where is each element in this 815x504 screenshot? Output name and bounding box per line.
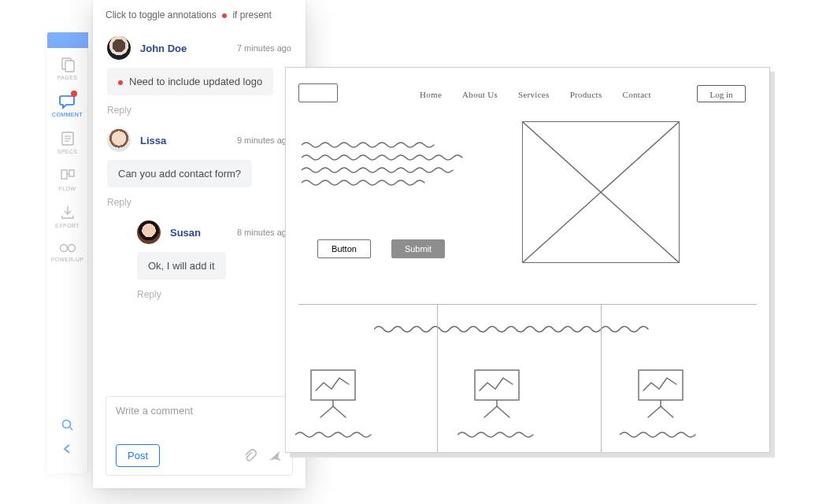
wf-button: Button: [317, 239, 371, 258]
comment-author[interactable]: Susan: [170, 227, 201, 239]
svg-point-10: [62, 421, 70, 428]
wf-heading: [374, 321, 673, 337]
svg-point-9: [68, 245, 75, 252]
rail-accent: [47, 32, 88, 48]
avatar[interactable]: [107, 36, 131, 60]
svg-point-8: [60, 245, 67, 252]
comment-body: Ok, I will add it: [148, 260, 215, 272]
svg-line-17: [333, 406, 346, 417]
wf-submit-button: Submit: [391, 239, 445, 258]
svg-line-16: [320, 406, 333, 417]
avatar[interactable]: [107, 128, 131, 152]
wireframe-canvas[interactable]: Home About Us Services Products Contact …: [285, 67, 770, 453]
svg-line-24: [648, 406, 661, 417]
annotation-marker-icon: [118, 80, 123, 85]
reply-button[interactable]: Reply: [137, 289, 291, 300]
rail-label: FLOW: [47, 186, 88, 191]
wf-caption: [620, 427, 706, 443]
comment-body: Can you add contact form?: [118, 168, 241, 180]
wf-login-button: Log in: [697, 85, 746, 102]
comment-input[interactable]: Write a comment: [116, 405, 283, 438]
comment-time: 9 minutes ago: [237, 135, 291, 145]
side-rail: PAGES COMMENT SPECS FLOW EXPORT POWER-UP: [47, 48, 88, 473]
svg-line-25: [661, 406, 673, 417]
rail-item-flow[interactable]: FLOW: [47, 159, 88, 196]
wf-chart-icon: [302, 365, 365, 421]
comment-time: 7 minutes ago: [237, 43, 291, 53]
powerup-icon: [58, 241, 77, 255]
comment-time: 8 minutes ago: [237, 228, 291, 237]
rail-label: COMMENT: [47, 112, 88, 117]
comment-author[interactable]: Lissa: [140, 135, 166, 146]
avatar[interactable]: [137, 220, 161, 244]
annotation-dot-icon: [222, 13, 227, 18]
svg-rect-7: [69, 170, 74, 176]
annotation-hint[interactable]: Click to toggle annotations if present: [93, 0, 306, 27]
svg-rect-6: [61, 170, 67, 179]
wf-nav: Home About Us Services Products Contact: [420, 90, 651, 99]
comment-thread: John Doe 7 minutes ago Need to include u…: [93, 32, 306, 124]
pages-icon: [59, 56, 76, 73]
wf-divider: [437, 304, 438, 452]
wf-caption: [295, 427, 382, 443]
svg-rect-14: [311, 370, 355, 400]
comment-thread-reply: Susan 8 minutes ago Ok, I will add it Re…: [93, 216, 306, 308]
comment-body: Need to include updated logo: [129, 76, 262, 87]
wf-divider: [601, 304, 602, 452]
attachment-icon[interactable]: [242, 448, 257, 464]
export-icon: [59, 204, 76, 221]
post-button[interactable]: Post: [116, 444, 160, 467]
rail-item-pages[interactable]: PAGES: [47, 48, 88, 85]
rail-item-export[interactable]: EXPORT: [47, 196, 88, 233]
comment-bubble[interactable]: Can you add contact form?: [107, 160, 252, 187]
comment-composer: Write a comment Post: [106, 396, 293, 476]
comment-author[interactable]: John Doe: [140, 43, 187, 54]
wf-chart-icon: [629, 365, 692, 421]
wf-nav-item: Products: [570, 90, 602, 99]
rail-label: EXPORT: [47, 223, 88, 228]
send-arrow-icon[interactable]: [267, 448, 283, 464]
comment-list: John Doe 7 minutes ago Need to include u…: [93, 27, 306, 387]
flow-icon: [59, 167, 76, 184]
svg-rect-22: [639, 370, 683, 400]
collapse-icon[interactable]: [61, 443, 74, 454]
wf-nav-item: Contact: [623, 90, 651, 99]
wf-nav-item: Services: [518, 90, 550, 99]
wf-searchbox: [298, 83, 338, 102]
wf-caption: [458, 427, 544, 443]
hint-text: if present: [232, 9, 271, 20]
svg-rect-18: [475, 370, 519, 400]
wf-chart-icon: [465, 365, 528, 421]
reply-button[interactable]: Reply: [107, 197, 291, 208]
wf-nav-item: About Us: [462, 90, 498, 99]
wf-nav-item: Home: [420, 90, 442, 99]
rail-label: PAGES: [47, 75, 88, 80]
rail-label: POWER-UP: [47, 257, 88, 262]
search-icon[interactable]: [61, 418, 75, 432]
rail-item-comment[interactable]: COMMENT: [47, 85, 88, 122]
svg-line-20: [484, 406, 497, 417]
rail-label: SPECS: [47, 149, 88, 154]
svg-line-11: [69, 428, 72, 431]
comment-thread: Lissa 9 minutes ago Can you add contact …: [93, 124, 306, 216]
svg-rect-1: [65, 61, 74, 72]
comment-bubble[interactable]: Need to include updated logo: [107, 68, 273, 95]
rail-item-specs[interactable]: SPECS: [47, 122, 88, 159]
comment-panel: Click to toggle annotations if present J…: [93, 0, 306, 488]
comment-bubble[interactable]: Ok, I will add it: [137, 252, 226, 280]
svg-line-21: [497, 406, 509, 417]
hint-text: Click to toggle annotations: [106, 9, 217, 20]
rail-item-powerup[interactable]: POWER-UP: [47, 233, 88, 267]
specs-icon: [59, 130, 76, 147]
notification-dot-icon: [71, 91, 77, 97]
reply-button[interactable]: Reply: [107, 105, 291, 116]
wf-image-placeholder: [522, 121, 680, 263]
wf-divider: [298, 304, 757, 305]
wf-paragraph: [302, 139, 491, 202]
